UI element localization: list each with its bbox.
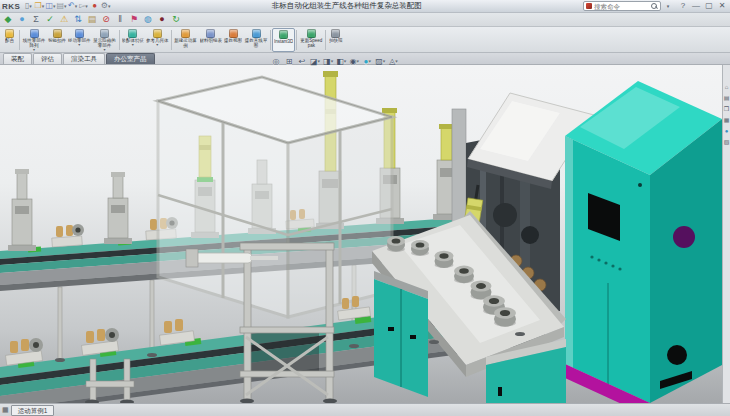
open-folder-icon[interactable]: ❒▾ [34,1,44,12]
edit-appearance-icon[interactable]: ●▾ [362,56,372,67]
pallet [159,319,194,345]
dropdown-arrow-icon[interactable]: ▾ [103,48,105,52]
smart-fasteners-icon [53,29,62,38]
command-tab-3[interactable]: 办公室产品 [106,53,155,64]
ribbon-button-label: 拍快照 [329,38,343,43]
ribbon-button-show-hidden-components[interactable]: 显示隐藏的零部件▾ [92,28,118,52]
dropdown-arrow-icon[interactable]: ▾ [78,43,80,47]
dark-sphere-icon[interactable]: ● [156,14,168,26]
ribbon-button-instant3d[interactable]: Instant3D [272,28,295,52]
dropdown-arrow-icon[interactable]: ▾ [75,4,78,9]
check-icon[interactable]: ✓ [44,14,56,26]
smart-dimension-icon[interactable]: ◆ [2,14,14,26]
clipboard-icon[interactable]: ▤ [86,14,98,26]
ribbon-button-update-speedpak[interactable]: 更新Speedpak [298,28,324,52]
section-view-icon[interactable]: ◪▾ [310,56,320,67]
dropdown-arrow-icon[interactable]: ▾ [331,59,334,64]
ribbon-button-reference-geometry[interactable]: 参考几何体▾ [145,28,170,52]
search-scope-dropdown-icon[interactable]: ▾ [663,1,673,12]
motion-study-tab[interactable]: 运动算例1 [11,405,55,416]
dropdown-arrow-icon[interactable]: ▾ [64,4,67,9]
pause-icon[interactable]: ‖ [114,14,126,26]
close-icon[interactable]: ✕ [717,1,727,12]
search-icon[interactable] [651,3,658,10]
show-hidden-icon [100,29,109,38]
ribbon-button-explode-line-sketch[interactable]: 爆炸直线草图 [243,28,269,52]
restore-icon[interactable]: ▢ [704,1,714,12]
dropdown-arrow-icon[interactable]: ▾ [33,48,35,52]
dropdown-arrow-icon[interactable]: ▾ [42,4,45,9]
ribbon-button-bill-of-materials[interactable]: 材料明细表 [199,28,224,52]
zoom-area-icon[interactable]: ⊞ [284,56,294,67]
model-3d-view [0,65,730,403]
pallet [6,338,43,365]
dropdown-arrow-icon[interactable]: ▾ [395,59,398,64]
minimize-icon[interactable]: — [691,1,701,12]
apply-scene-icon[interactable]: ▨▾ [375,56,385,67]
hide-show-items-icon[interactable]: ◉▾ [349,56,359,67]
view-orientation-icon[interactable]: ◨▾ [323,56,333,67]
rebuild-icon[interactable]: ● [90,1,100,12]
options-icon[interactable]: ⚙▾ [101,1,111,12]
dropdown-arrow-icon[interactable]: ▾ [318,59,321,64]
dropdown-arrow-icon[interactable]: ▾ [132,43,134,47]
zoom-fit-icon[interactable]: ◎ [271,56,281,67]
task-pane-strip: ⌂▤❒▦●▧ [722,65,730,403]
new-document-icon[interactable]: ▯▾ [23,1,33,12]
snapshot-icon [331,29,340,38]
dropdown-arrow-icon[interactable]: ▾ [356,59,359,64]
command-tab-2[interactable]: 渲染工具 [63,53,105,64]
dropdown-arrow-icon[interactable]: ▾ [383,59,386,64]
command-tab-0[interactable]: 装配 [3,53,32,64]
view-palette-icon[interactable]: ▦ [723,116,730,123]
print-icon[interactable]: ▤▾ [56,1,66,12]
refresh-icon[interactable]: ↻ [170,14,182,26]
graphics-area[interactable]: ⌂▤❒▦●▧ [0,65,730,403]
dropdown-arrow-icon[interactable]: ▾ [368,59,371,64]
dropdown-arrow-icon[interactable]: ▾ [156,43,158,47]
select-icon[interactable]: ▻▾ [79,1,89,12]
explode-line-icon [252,29,261,38]
no-entry-icon[interactable]: ⊘ [100,14,112,26]
tower-round-hole [667,345,687,365]
appearances-icon[interactable]: ● [723,127,730,134]
ribbon-button-take-snapshot[interactable]: 拍快照 [327,28,344,52]
ribbon-button-move-component[interactable]: 移动零部件▾ [67,28,92,52]
ribbon-button-linear-component-pattern[interactable]: 线性零部件阵列▾ [21,28,47,52]
resources-icon[interactable]: ⌂ [723,83,730,90]
ribbon-button-assembly-features[interactable]: 装配体特征▾ [121,28,146,52]
warning-icon[interactable]: ⚠ [58,14,70,26]
heads-up-view-toolbar: ◎⊞↩◪▾◨▾◧▾◉▾●▾▨▾◬▾ [268,55,401,68]
equations-icon[interactable]: Σ [30,14,42,26]
motion-manager-icon[interactable]: ▦ [2,406,9,414]
command-tab-1[interactable]: 评估 [33,53,62,64]
flag-icon[interactable]: ⚑ [128,14,140,26]
custom-properties-icon[interactable]: ▧ [723,138,730,145]
solidworks-window: RKS ▯▾❒▾◫▾▤▾↶▾▻▾●⚙▾ 非标自动化组装生产线各种组件复杂总装配图… [0,0,730,416]
ribbon-button-mate[interactable]: 配合 [1,28,18,52]
instant3d-icon [279,30,288,39]
updown-arrows-icon[interactable]: ⇅ [72,14,84,26]
file-explorer-icon[interactable]: ❒ [723,105,730,112]
undo-icon[interactable]: ↶▾ [68,1,78,12]
view-settings-icon[interactable]: ◬▾ [388,56,398,67]
ribbon-button-smart-fasteners[interactable]: 智能扣件 [47,28,67,52]
pallet [82,328,119,355]
dropdown-arrow-icon[interactable]: ▾ [85,4,88,9]
design-library-icon[interactable]: ▤ [723,94,730,101]
globe-icon[interactable]: ◍ [142,14,154,26]
search-box[interactable] [583,1,661,11]
ribbon-button-new-motion-study[interactable]: 新建运动算例 [173,28,199,52]
sphere-icon[interactable]: ● [16,14,28,26]
dropdown-arrow-icon[interactable]: ▾ [53,4,56,9]
ribbon-button-label: 智能扣件 [48,38,66,43]
search-input[interactable] [594,3,649,10]
dropdown-arrow-icon[interactable]: ▾ [344,59,347,64]
dropdown-arrow-icon[interactable]: ▾ [29,4,32,9]
assembly-features-icon [128,29,137,38]
display-style-icon[interactable]: ◧▾ [336,56,346,67]
help-icon[interactable]: ? [678,1,688,12]
save-icon[interactable]: ◫▾ [45,1,55,12]
previous-view-icon[interactable]: ↩ [297,56,307,67]
ribbon-button-exploded-view[interactable]: 爆炸视图 [223,28,243,52]
